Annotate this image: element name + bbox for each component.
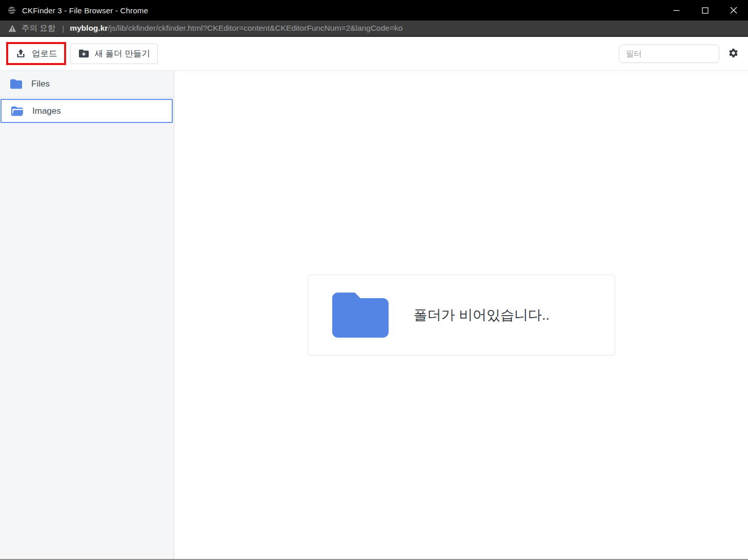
window-title: CKFinder 3 - File Browser - Chrome bbox=[22, 6, 148, 15]
security-status-label: 주의 요함 bbox=[22, 23, 55, 34]
sidebar-item-files[interactable]: Files bbox=[0, 71, 174, 97]
minimize-button[interactable] bbox=[662, 0, 691, 20]
window-controls bbox=[662, 0, 748, 20]
folder-tree-sidebar: Files Images bbox=[0, 71, 174, 559]
upload-icon bbox=[15, 48, 27, 59]
browser-window: CKFinder 3 - File Browser - Chrome bbox=[0, 0, 748, 559]
ckfinder-toolbar: 업로드 새 폴더 만들기 bbox=[0, 37, 748, 71]
new-folder-icon bbox=[78, 48, 90, 59]
empty-folder-card: 폴더가 비어있습니다.. bbox=[308, 275, 615, 356]
settings-button[interactable] bbox=[728, 48, 741, 60]
folder-label: Files bbox=[31, 79, 50, 89]
new-folder-button[interactable]: 새 폴더 만들기 bbox=[70, 44, 158, 64]
close-button[interactable] bbox=[719, 0, 748, 20]
upload-button-highlight-annotation: 업로드 bbox=[6, 42, 66, 65]
filter-input[interactable] bbox=[619, 45, 719, 63]
warning-icon bbox=[8, 25, 16, 32]
toolbar-right-group bbox=[619, 45, 741, 63]
maximize-button[interactable] bbox=[691, 0, 719, 20]
gear-icon bbox=[728, 48, 739, 60]
ckfinder-logo-icon bbox=[7, 6, 16, 15]
folder-open-icon bbox=[11, 106, 23, 116]
big-folder-icon bbox=[332, 293, 389, 338]
content-area: Files Images 폴더가 비어있습니다.. bbox=[0, 71, 748, 559]
url-separator: | bbox=[62, 24, 64, 33]
upload-button[interactable]: 업로드 bbox=[8, 44, 64, 63]
file-list-area: 폴더가 비어있습니다.. bbox=[174, 71, 748, 559]
url-domain: myblog.kr bbox=[70, 24, 108, 32]
sidebar-item-images[interactable]: Images bbox=[1, 99, 173, 123]
window-titlebar: CKFinder 3 - File Browser - Chrome bbox=[0, 0, 748, 20]
page-url: myblog.kr/js/lib/ckfinder/ckfinder.html?… bbox=[70, 24, 402, 33]
new-folder-button-label: 새 폴더 만들기 bbox=[95, 48, 150, 59]
folder-closed-icon bbox=[10, 79, 22, 89]
upload-button-label: 업로드 bbox=[32, 48, 57, 59]
address-bar[interactable]: 주의 요함 | myblog.kr/js/lib/ckfinder/ckfind… bbox=[0, 20, 748, 37]
empty-folder-message: 폴더가 비어있습니다.. bbox=[414, 306, 550, 324]
url-path: /js/lib/ckfinder/ckfinder.html?CKEditor=… bbox=[108, 24, 402, 32]
folder-label: Images bbox=[32, 106, 61, 116]
